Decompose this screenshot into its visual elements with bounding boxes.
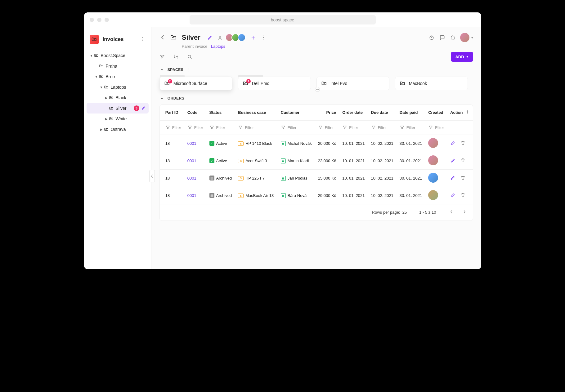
collapse-icon[interactable] — [159, 96, 164, 101]
cell-status: ▤Archived — [209, 193, 232, 198]
sidebar-collapse-handle[interactable] — [149, 170, 155, 182]
avatar — [428, 173, 438, 183]
space-card[interactable]: Intel Evo ↪ — [316, 77, 389, 90]
table-row[interactable]: 18 0001 ✓Active $HP 1410 Black ▣Michal N… — [160, 135, 473, 152]
cell-code[interactable]: 0001 — [187, 158, 196, 163]
tree-label: Black — [116, 95, 146, 100]
parent-link[interactable]: Laptops — [211, 44, 225, 49]
col-part-id[interactable]: Part ID — [160, 105, 184, 120]
chat-icon[interactable] — [439, 34, 445, 41]
column-filter[interactable]: Filter — [400, 125, 422, 130]
column-filter[interactable]: Filter — [318, 125, 336, 130]
tree-item-ostrava[interactable]: ▶ Ostrava — [87, 124, 149, 135]
filter-icon[interactable] — [159, 54, 165, 60]
cell-code[interactable]: 0001 — [187, 176, 196, 180]
tree-label: White — [116, 116, 146, 121]
space-card[interactable]: 2 Microsoft Surface — [159, 77, 232, 90]
attachment-icon[interactable] — [207, 35, 213, 40]
add-collaborator-icon[interactable]: ＋ — [250, 33, 256, 42]
next-page-icon[interactable] — [462, 209, 467, 216]
cell-date-paid: 30. 01. 2021 — [397, 187, 425, 204]
cell-price: 29 000 Kč — [315, 187, 339, 204]
prev-page-icon[interactable] — [449, 209, 454, 216]
space-card[interactable]: MacBook — [395, 77, 468, 90]
person-icon[interactable] — [217, 35, 223, 40]
rows-per-page-value[interactable]: 25 — [402, 210, 407, 215]
traffic-light-minimize[interactable] — [97, 18, 101, 22]
column-filter[interactable]: Filter — [342, 125, 365, 130]
col-action-label: Action — [450, 110, 463, 115]
delete-icon[interactable] — [460, 175, 466, 181]
tree-item-praha[interactable]: Praha — [87, 61, 149, 71]
tree-item-brno[interactable]: ▼ Brno — [87, 71, 149, 82]
sort-icon[interactable] — [173, 54, 179, 60]
edit-icon[interactable] — [450, 158, 456, 164]
sidebar-menu-icon[interactable] — [140, 36, 146, 43]
edit-icon[interactable] — [450, 140, 456, 147]
cell-code[interactable]: 0001 — [187, 141, 196, 146]
col-action[interactable]: Action — [447, 105, 473, 120]
cell-date-paid: 30. 01. 2021 — [397, 135, 425, 152]
stopwatch-icon[interactable] — [428, 34, 435, 41]
orders-section: ORDERS — [151, 90, 481, 101]
table-row[interactable]: 18 0001 ▤Archived $HP 225 F7 ▣Jan Podlas… — [160, 169, 473, 187]
bell-icon[interactable] — [450, 34, 456, 41]
edit-icon[interactable] — [450, 175, 456, 181]
user-menu[interactable]: ▾ — [460, 33, 473, 42]
contact-icon: ▣ — [281, 158, 286, 163]
col-business-case[interactable]: Business case — [235, 105, 278, 120]
edit-icon[interactable] — [450, 192, 456, 199]
avatar-stack[interactable] — [227, 33, 246, 42]
delete-icon[interactable] — [460, 158, 466, 164]
column-filter[interactable]: Filter — [281, 125, 312, 130]
tree-item-laptops[interactable]: ▼ Laptops — [87, 82, 149, 92]
cell-price: 20 000 Kč — [315, 135, 339, 152]
column-filter[interactable]: Filter — [238, 125, 275, 130]
delete-icon[interactable] — [460, 140, 466, 147]
delete-icon[interactable] — [460, 192, 466, 199]
column-filter[interactable]: Filter — [187, 125, 203, 130]
cell-due-date: 10. 02. 2021 — [368, 187, 397, 204]
column-filter[interactable]: Filter — [371, 125, 393, 130]
search-icon[interactable] — [187, 54, 192, 60]
edit-icon[interactable] — [141, 105, 146, 111]
space-card[interactable]: 1 Dell Emc — [238, 77, 311, 90]
traffic-light-close[interactable] — [90, 18, 94, 22]
folder-icon — [104, 85, 109, 90]
cell-order-date: 10. 01. 2021 — [339, 135, 368, 152]
folder-icon — [104, 127, 109, 132]
collapse-icon[interactable] — [159, 67, 164, 72]
col-created[interactable]: Created — [425, 105, 447, 120]
address-bar[interactable]: boost.space — [190, 15, 376, 24]
col-order-date[interactable]: Order date — [339, 105, 368, 120]
cell-part-id: 18 — [160, 169, 184, 187]
tree-label: Ostrava — [111, 127, 146, 132]
col-status[interactable]: Status — [206, 105, 235, 120]
table-row[interactable]: 18 0001 ✓Active $Acer Swift 3 ▣Martin Kl… — [160, 152, 473, 169]
section-title: SPACES — [168, 68, 183, 72]
sidebar-tree: ▼ Boost.Space Praha ▼ Brno ▼ La — [84, 50, 151, 135]
col-due-date[interactable]: Due date — [368, 105, 397, 120]
tree-item-root[interactable]: ▼ Boost.Space — [87, 50, 149, 61]
table-row[interactable]: 18 0001 ▤Archived $MacBook Air 13' ▣Bára… — [160, 187, 473, 204]
col-price[interactable]: Price — [315, 105, 339, 120]
column-filter[interactable]: Filter — [428, 125, 444, 130]
kebab-menu-icon[interactable] — [261, 35, 266, 40]
column-filter[interactable]: Filter — [165, 125, 181, 130]
add-column-icon[interactable] — [465, 109, 470, 115]
col-code[interactable]: Code — [184, 105, 206, 120]
traffic-light-zoom[interactable] — [105, 18, 109, 22]
back-button[interactable] — [159, 34, 166, 41]
tree-item-white[interactable]: ▶ White — [87, 114, 149, 124]
col-date-paid[interactable]: Date paid — [397, 105, 425, 120]
tree-item-silver[interactable]: Silver 3 — [87, 103, 149, 114]
col-customer[interactable]: Customer — [278, 105, 315, 120]
column-filter[interactable]: Filter — [209, 125, 232, 130]
tree-label: Praha — [106, 64, 146, 69]
kebab-menu-icon[interactable] — [186, 67, 191, 72]
titlebar: boost.space — [84, 12, 481, 27]
add-button[interactable]: ADD ▼ — [451, 52, 473, 62]
cell-code[interactable]: 0001 — [187, 193, 196, 198]
status-icon: ✓ — [209, 141, 214, 146]
tree-item-black[interactable]: ▶ Black — [87, 92, 149, 103]
